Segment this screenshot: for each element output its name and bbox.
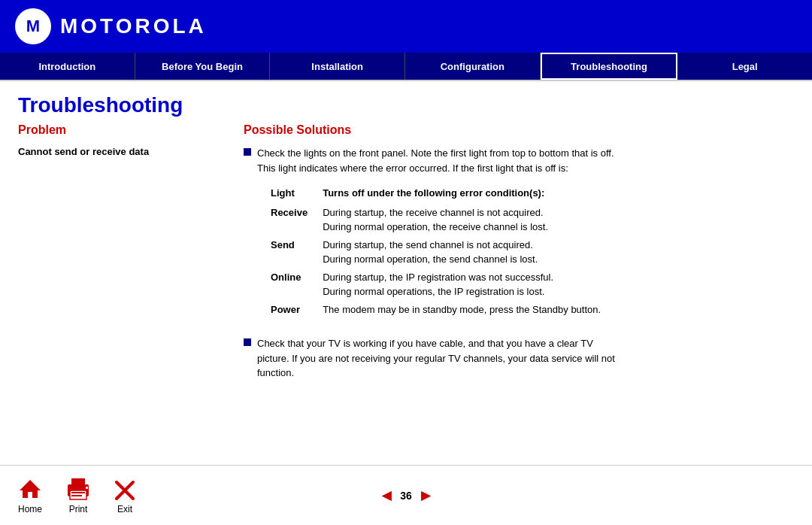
- bullet-text-1: Check the lights on the front panel. Not…: [257, 146, 614, 327]
- nav-before-you-begin[interactable]: Before You Begin: [135, 53, 271, 80]
- table-row: SendDuring startup, the send channel is …: [271, 236, 601, 269]
- bullet-icon-2: [244, 338, 251, 346]
- page-navigation: ◀ 36 ▶: [382, 488, 430, 502]
- footer: Home Print Exit ◀ 36 ▶: [0, 465, 812, 525]
- nav-legal[interactable]: Legal: [677, 53, 812, 80]
- light-condition-cell: During startup, the receive channel is n…: [323, 204, 601, 236]
- bullet-text-2: Check that your TV is working if you hav…: [257, 336, 615, 381]
- exit-label: Exit: [117, 504, 132, 514]
- left-column: Problem Cannot send or receive data: [18, 123, 244, 465]
- table-header-light: Light: [271, 184, 323, 204]
- svg-marker-2: [20, 480, 41, 498]
- problem-description: Cannot send or receive data: [18, 146, 229, 157]
- light-condition-cell: During startup, the IP registration was …: [323, 269, 601, 301]
- header: M MOTOROLA: [0, 0, 812, 53]
- svg-rect-6: [71, 492, 85, 493]
- nav-installation[interactable]: Installation: [270, 53, 405, 80]
- table-row: ReceiveDuring startup, the receive chann…: [271, 204, 601, 236]
- exit-button[interactable]: Exit: [114, 480, 135, 514]
- table-header-turns: Turns off under the following error cond…: [323, 184, 601, 204]
- svg-rect-8: [86, 487, 88, 489]
- solutions-section-title: Possible Solutions: [244, 123, 794, 137]
- page-title: Troubleshooting: [18, 93, 794, 117]
- bullet-icon-1: [244, 148, 251, 156]
- motorola-logo-text: MOTOROLA: [60, 14, 207, 38]
- light-name-cell: Online: [271, 269, 323, 301]
- nav-configuration[interactable]: Configuration: [405, 53, 541, 80]
- light-name-cell: Send: [271, 236, 323, 269]
- svg-rect-4: [71, 478, 85, 486]
- main-content: Troubleshooting Problem Cannot send or r…: [0, 81, 812, 465]
- table-row: PowerThe modem may be in standby mode, p…: [271, 301, 601, 319]
- bullet-item-1: Check the lights on the front panel. Not…: [244, 146, 794, 327]
- light-condition-cell: During startup, the send channel is not …: [323, 236, 601, 269]
- problem-section-title: Problem: [18, 123, 229, 137]
- exit-icon: [114, 480, 135, 501]
- light-name-cell: Power: [271, 301, 323, 319]
- content-area: Problem Cannot send or receive data Poss…: [18, 123, 794, 465]
- print-label: Print: [69, 504, 88, 514]
- print-button[interactable]: Print: [65, 477, 92, 514]
- motorola-emblem-icon: M: [15, 8, 51, 44]
- print-icon: [65, 477, 92, 501]
- right-column: Possible Solutions Check the lights on t…: [244, 123, 794, 465]
- svg-rect-7: [71, 495, 82, 496]
- bullet-item-2: Check that your TV is working if you hav…: [244, 336, 794, 381]
- home-label: Home: [18, 504, 42, 514]
- navbar: Introduction Before You Begin Installati…: [0, 53, 812, 81]
- nav-troubleshooting[interactable]: Troubleshooting: [541, 53, 678, 80]
- next-page-button[interactable]: ▶: [421, 488, 430, 502]
- nav-introduction[interactable]: Introduction: [0, 53, 135, 80]
- page-number: 36: [400, 490, 412, 502]
- home-button[interactable]: Home: [18, 477, 42, 514]
- footer-buttons: Home Print Exit: [18, 477, 135, 514]
- light-name-cell: Receive: [271, 204, 323, 236]
- light-condition-cell: The modem may be in standby mode, press …: [323, 301, 601, 319]
- home-icon: [18, 477, 42, 501]
- table-row: OnlineDuring startup, the IP registratio…: [271, 269, 601, 301]
- light-table: Light Turns off under the following erro…: [271, 184, 601, 318]
- svg-text:M: M: [26, 17, 40, 35]
- logo-area: M MOTOROLA: [15, 8, 207, 44]
- prev-page-button[interactable]: ◀: [382, 488, 391, 502]
